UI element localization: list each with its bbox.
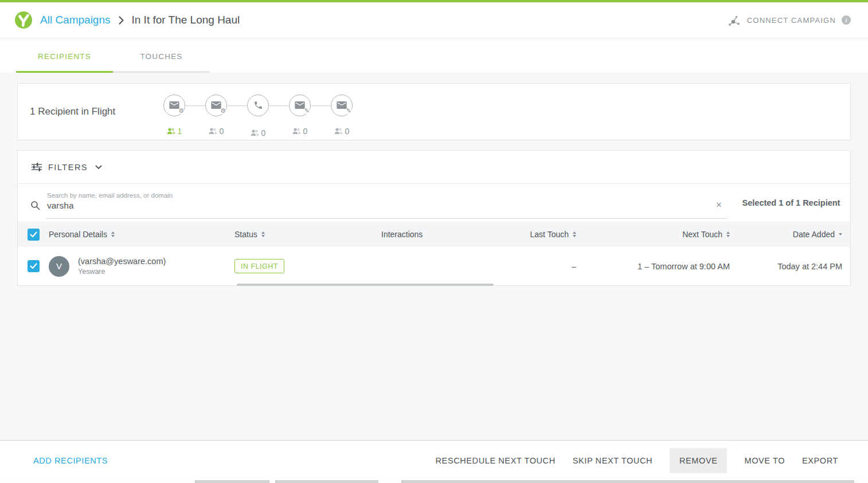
touch-step-5[interactable]: ✎ 0 — [330, 95, 353, 136]
sort-icon — [261, 231, 265, 237]
avatar: V — [49, 256, 69, 277]
column-header-status[interactable]: Status — [234, 230, 381, 239]
status-cell: IN FLIGHT — [234, 259, 381, 273]
date-added-cell: Today at 2:44 PM — [730, 262, 850, 271]
recipient-email: (varsha@yesware.com) — [78, 257, 166, 266]
action-bar: ADD RECIPIENTS RESCHEDULE NEXT TOUCH SKI… — [0, 440, 868, 480]
last-touch-cell: – — [490, 262, 576, 271]
people-icon — [292, 128, 301, 135]
filters-toggle[interactable]: FILTERS — [18, 151, 850, 184]
sort-desc-icon — [839, 233, 842, 235]
personal-details-cell[interactable]: V (varsha@yesware.com) Yesware — [49, 256, 234, 277]
touch-recipient-count: 0 — [292, 127, 308, 136]
app-header: All Campaigns In It for The Long Haul CO… — [0, 2, 868, 38]
touch-connector — [311, 105, 330, 106]
column-header-interactions[interactable]: Interactions — [381, 230, 490, 239]
bulk-actions: RESCHEDULE NEXT TOUCH SKIP NEXT TOUCH RE… — [436, 448, 838, 473]
molecule-icon — [728, 14, 741, 26]
filters-label: FILTERS — [48, 163, 88, 172]
chevron-right-icon — [119, 16, 124, 25]
search-field[interactable]: Search by name, email address, or domain… — [46, 187, 728, 219]
column-header-last-touch[interactable]: Last Touch — [490, 230, 576, 239]
tab-recipients[interactable]: RECIPIENTS — [16, 38, 113, 73]
selected-count-text: Selected 1 of 1 Recipient — [732, 198, 850, 207]
touch-recipient-count: 1 — [167, 127, 182, 136]
touch-flow: ⚙ 1 ⚙ 0 — [163, 95, 353, 138]
skip-next-touch-button[interactable]: SKIP NEXT TOUCH — [573, 448, 652, 473]
remove-button[interactable]: REMOVE — [670, 448, 727, 473]
clear-search-icon[interactable]: × — [716, 199, 722, 211]
recipients-table-card: FILTERS Search by name, email address, o… — [17, 150, 851, 286]
horizontal-scrollbar-thumb[interactable] — [237, 284, 494, 286]
people-icon — [209, 128, 217, 135]
flight-summary-card: 1 Recipient in Flight ⚙ 1 ⚙ — [17, 83, 851, 140]
touch-step-4[interactable]: ✎ 0 — [288, 95, 311, 136]
select-all-checkbox[interactable] — [28, 229, 40, 241]
tab-touches[interactable]: TOUCHES — [113, 38, 210, 73]
pencil-icon: ✎ — [346, 108, 351, 114]
connect-campaign-button[interactable]: CONNECT CAMPAIGN i — [728, 14, 851, 26]
tab-bar: RECIPIENTS TOUCHES — [0, 38, 868, 73]
next-touch-cell: 1 – Tomorrow at 9:00 AM — [576, 262, 730, 271]
touch-recipient-count: 0 — [334, 127, 350, 136]
breadcrumb: All Campaigns In It for The Long Haul — [15, 11, 240, 29]
touch-recipient-count: 0 — [251, 128, 266, 138]
export-button[interactable]: EXPORT — [802, 448, 838, 473]
auto-email-icon: ⚙ — [163, 95, 185, 116]
sort-icon — [111, 231, 115, 237]
search-row: Search by name, email address, or domain… — [18, 184, 850, 222]
pencil-icon: ✎ — [304, 108, 310, 114]
campaign-title: In It for The Long Haul — [132, 14, 240, 26]
page-body: 1 Recipient in Flight ⚙ 1 ⚙ — [0, 73, 868, 483]
chevron-down-icon — [95, 165, 102, 170]
call-icon — [247, 95, 269, 116]
auto-email-icon: ⚙ — [205, 95, 227, 116]
table-header-row: Personal Details Status Interactions Las… — [18, 222, 850, 247]
manual-email-icon: ✎ — [331, 95, 353, 116]
breadcrumb-all-campaigns-link[interactable]: All Campaigns — [40, 14, 111, 26]
column-header-next-touch[interactable]: Next Touch — [576, 230, 730, 239]
touch-step-3[interactable]: 0 — [247, 95, 269, 138]
touch-connector — [269, 105, 288, 106]
people-icon — [251, 129, 259, 136]
move-to-button[interactable]: MOVE TO — [744, 448, 785, 473]
people-icon — [167, 128, 175, 135]
recipient-company: Yesware — [78, 268, 166, 276]
search-input[interactable] — [47, 201, 660, 211]
gear-icon: ⚙ — [220, 108, 226, 114]
connect-campaign-label: CONNECT CAMPAIGN — [747, 16, 836, 25]
status-badge: IN FLIGHT — [234, 259, 284, 273]
table-row[interactable]: V (varsha@yesware.com) Yesware IN FLIGHT… — [18, 247, 850, 285]
touch-recipient-count: 0 — [209, 127, 224, 136]
manual-email-icon: ✎ — [289, 95, 311, 116]
info-icon[interactable]: i — [842, 15, 851, 25]
row-checkbox[interactable] — [28, 260, 40, 272]
people-icon — [334, 128, 343, 135]
recipients-in-flight-title: 1 Recipient in Flight — [30, 106, 163, 117]
touch-step-1[interactable]: ⚙ 1 — [163, 95, 186, 136]
clipped-background-text — [0, 480, 868, 483]
column-header-date-added[interactable]: Date Added — [730, 230, 850, 239]
add-recipients-button[interactable]: ADD RECIPIENTS — [33, 456, 108, 465]
touch-step-2[interactable]: ⚙ 0 — [205, 95, 228, 136]
yesware-logo-icon[interactable] — [15, 11, 32, 29]
touch-connector — [228, 105, 247, 106]
column-header-personal-details[interactable]: Personal Details — [49, 230, 234, 239]
search-icon — [30, 201, 40, 210]
reschedule-next-touch-button[interactable]: RESCHEDULE NEXT TOUCH — [436, 448, 556, 473]
filters-sliders-icon — [32, 163, 42, 171]
touch-connector — [186, 105, 205, 106]
gear-icon: ⚙ — [178, 108, 184, 114]
search-placeholder-label: Search by name, email address, or domain — [47, 192, 173, 199]
